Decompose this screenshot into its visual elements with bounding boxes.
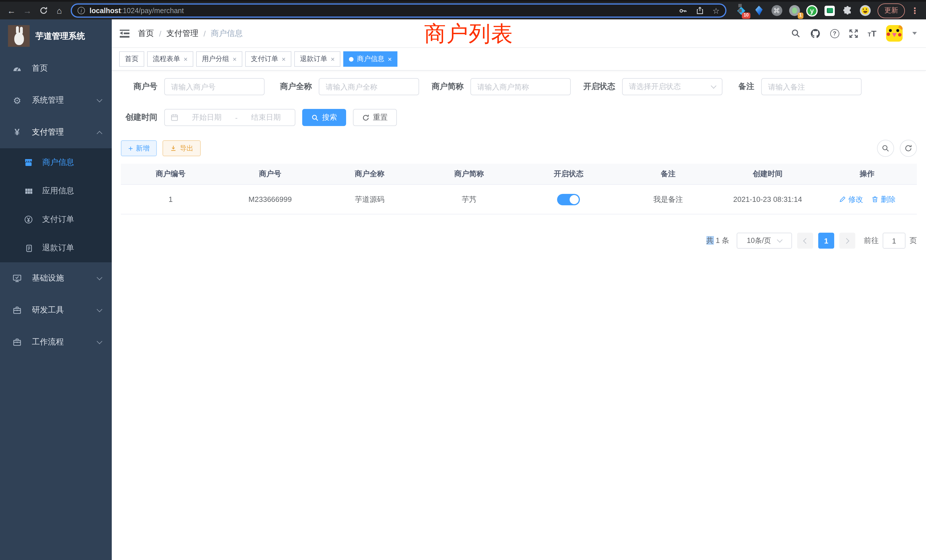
- extension-chat-icon[interactable]: [824, 5, 835, 16]
- header-search-icon[interactable]: [791, 29, 800, 38]
- browser-menu-icon[interactable]: ⋮: [911, 5, 919, 16]
- cell-create-time: 2021-10-23 08:31:14: [718, 195, 817, 204]
- sidebar-header: 芋道管理系统: [0, 20, 112, 53]
- col-header: 开启状态: [519, 169, 618, 179]
- close-icon[interactable]: ×: [282, 56, 286, 62]
- search-button[interactable]: 搜索: [302, 109, 346, 126]
- status-toggle[interactable]: [557, 194, 580, 205]
- merchant-table: 商户编号 商户号 商户全称 商户简称 开启状态 备注 创建时间 操作 1 M23…: [121, 163, 917, 215]
- breadcrumb-home[interactable]: 首页: [138, 28, 154, 38]
- sidebar-item-label: 支付管理: [32, 127, 88, 138]
- home-icon[interactable]: ⌂: [53, 4, 66, 17]
- extension-y-icon[interactable]: y: [806, 5, 818, 16]
- cell-short-name: 芋艿: [419, 194, 519, 204]
- breadcrumb: 首页 / 支付管理 / 商户信息: [138, 28, 243, 38]
- app-title: 芋道管理系统: [35, 30, 85, 41]
- address-bar[interactable]: i localhost:1024/pay/merchant ☆: [71, 3, 726, 18]
- create-time-range-picker[interactable]: 开始日期 - 结束日期: [164, 109, 295, 126]
- full-name-label: 商户全称: [280, 82, 312, 92]
- col-header: 商户编号: [121, 169, 220, 179]
- extensions-puzzle-icon[interactable]: [841, 5, 853, 16]
- close-icon[interactable]: ×: [184, 56, 188, 62]
- sidebar-item-home[interactable]: 首页: [0, 53, 112, 85]
- col-header: 商户简称: [419, 169, 519, 179]
- back-icon[interactable]: ←: [5, 4, 18, 17]
- page-size-select[interactable]: 10条/页: [737, 233, 792, 249]
- status-select[interactable]: 请选择开启状态: [622, 78, 722, 95]
- forward-icon[interactable]: →: [21, 4, 34, 17]
- screen: ← → ⌂ i localhost:1024/pay/merchant ☆ 10: [0, 0, 926, 560]
- password-key-icon[interactable]: [679, 6, 688, 15]
- download-icon: [170, 145, 177, 152]
- extension-diamond-icon[interactable]: 10: [735, 5, 747, 16]
- tab-refund-order[interactable]: 退款订单×: [294, 51, 340, 67]
- toggle-search-button[interactable]: [877, 140, 894, 157]
- short-name-input[interactable]: [471, 78, 571, 95]
- briefcase-icon: [11, 338, 23, 347]
- sidebar-item-dev-tools[interactable]: 研发工具: [0, 294, 112, 326]
- page-number-button[interactable]: 1: [818, 233, 834, 249]
- sidebar-item-label: 商户信息: [42, 157, 74, 168]
- remark-input[interactable]: [761, 78, 862, 95]
- github-icon[interactable]: [810, 28, 820, 38]
- url-text[interactable]: localhost:1024/pay/merchant: [89, 6, 671, 15]
- extension-badge: 10: [742, 12, 750, 18]
- prev-page-button[interactable]: [797, 233, 813, 249]
- close-icon[interactable]: ×: [233, 56, 237, 62]
- extension-command-icon[interactable]: ⌘: [771, 5, 782, 16]
- refresh-button[interactable]: [900, 140, 917, 157]
- tab-home[interactable]: 首页: [119, 51, 144, 67]
- extension-kite-icon[interactable]: [753, 5, 765, 16]
- share-icon[interactable]: [696, 6, 705, 15]
- annotation-merchant-list: 商户列表: [424, 20, 513, 48]
- bookmark-star-icon[interactable]: ☆: [713, 6, 720, 15]
- cell-remark: 我是备注: [618, 194, 718, 204]
- tab-user-group[interactable]: 用户分组×: [196, 51, 242, 67]
- col-header: 商户号: [220, 169, 320, 179]
- extension-emoji-icon[interactable]: [859, 5, 871, 16]
- sidebar-item-workflow[interactable]: 工作流程: [0, 326, 112, 358]
- goto-page-input[interactable]: [883, 233, 905, 249]
- extension-tasks-icon[interactable]: 1: [788, 5, 800, 16]
- tab-process-form[interactable]: 流程表单×: [147, 51, 193, 67]
- tab-pay-order[interactable]: 支付订单×: [245, 51, 291, 67]
- reset-button[interactable]: 重置: [353, 109, 397, 126]
- avatar[interactable]: [886, 25, 903, 42]
- grid-icon: [23, 187, 34, 195]
- export-button[interactable]: 导出: [162, 140, 201, 156]
- briefcase-icon: [11, 306, 23, 315]
- sidebar-item-infrastructure[interactable]: 基础设施: [0, 262, 112, 294]
- reload-icon[interactable]: [36, 4, 50, 17]
- sidebar-item-refund-order[interactable]: 退款订单: [0, 234, 112, 262]
- avatar-caret-icon[interactable]: [912, 32, 917, 35]
- merchant-no-input[interactable]: [164, 78, 265, 95]
- trash-icon: [871, 195, 879, 203]
- full-name-input[interactable]: [319, 78, 419, 95]
- yen-circle-icon: [23, 215, 34, 224]
- close-icon[interactable]: ×: [331, 56, 335, 62]
- breadcrumb-current: 商户信息: [211, 28, 243, 38]
- sidebar-item-pay-order[interactable]: 支付订单: [0, 205, 112, 234]
- add-button[interactable]: + 新增: [121, 140, 157, 156]
- breadcrumb-payment[interactable]: 支付管理: [166, 28, 198, 38]
- close-icon[interactable]: ×: [388, 56, 392, 62]
- fullscreen-icon[interactable]: [849, 29, 858, 38]
- sidebar-item-app-info[interactable]: 应用信息: [0, 177, 112, 205]
- delete-link[interactable]: 删除: [871, 194, 896, 204]
- cell-status: [519, 194, 618, 205]
- next-page-button[interactable]: [839, 233, 855, 249]
- date-separator: -: [235, 113, 238, 122]
- sidebar-item-merchant-info[interactable]: 商户信息: [0, 148, 112, 177]
- sidebar-item-payment[interactable]: ¥ 支付管理: [0, 117, 112, 148]
- sidebar-collapse-icon[interactable]: [120, 29, 129, 37]
- status-label: 开启状态: [583, 82, 615, 92]
- site-info-icon[interactable]: i: [77, 7, 85, 14]
- chrome-update-button[interactable]: 更新: [878, 3, 905, 18]
- edit-link[interactable]: 修改: [839, 194, 863, 204]
- font-size-icon[interactable]: TT: [867, 29, 876, 38]
- sidebar-item-label: 应用信息: [42, 186, 74, 196]
- help-icon[interactable]: ?: [830, 29, 839, 38]
- sidebar-item-system[interactable]: ⚙ 系统管理: [0, 85, 112, 117]
- browser-toolbar: ← → ⌂ i localhost:1024/pay/merchant ☆ 10: [0, 2, 926, 20]
- tab-merchant-info[interactable]: 商户信息×: [343, 51, 398, 67]
